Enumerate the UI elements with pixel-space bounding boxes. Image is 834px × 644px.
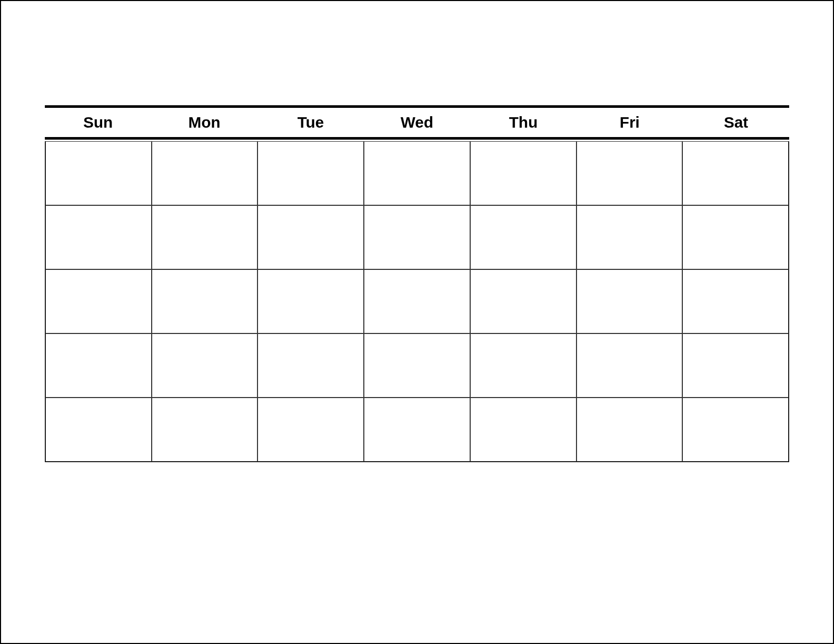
calendar-day-cell [577,269,683,333]
calendar-header-row: Sun Mon Tue Wed Thu Fri Sat [45,105,789,140]
calendar-week-row [45,398,789,462]
calendar-day-cell [45,141,152,205]
day-header-tue: Tue [257,114,364,131]
calendar-day-cell [257,205,364,269]
day-header-sat: Sat [683,114,789,131]
calendar-day-cell [364,333,470,398]
calendar-day-cell [257,333,364,398]
calendar-day-cell [45,269,152,333]
calendar-day-cell [45,333,152,398]
calendar-day-cell [470,398,577,462]
calendar-day-cell [257,398,364,462]
calendar-grid [45,141,789,462]
calendar-page: Sun Mon Tue Wed Thu Fri Sat [0,0,834,644]
calendar-day-cell [470,141,577,205]
calendar-day-cell [364,398,470,462]
calendar-week-row [45,333,789,398]
day-header-fri: Fri [577,114,683,131]
calendar-day-cell [577,398,683,462]
calendar-week-row [45,205,789,269]
calendar-day-cell [682,333,789,398]
day-header-mon: Mon [151,114,257,131]
calendar-day-cell [152,398,258,462]
calendar-day-cell [152,333,258,398]
calendar-week-row [45,269,789,333]
calendar-day-cell [470,269,577,333]
calendar-day-cell [45,398,152,462]
calendar-day-cell [470,333,577,398]
calendar-week-row [45,141,789,205]
calendar-day-cell [257,269,364,333]
calendar-day-cell [364,141,470,205]
calendar-day-cell [577,205,683,269]
calendar-day-cell [152,141,258,205]
day-header-sun: Sun [45,114,151,131]
calendar-day-cell [45,205,152,269]
calendar-day-cell [152,205,258,269]
day-header-wed: Wed [364,114,470,131]
calendar-day-cell [682,141,789,205]
calendar-day-cell [364,205,470,269]
calendar-day-cell [682,205,789,269]
calendar-day-cell [257,141,364,205]
calendar-day-cell [577,333,683,398]
calendar-day-cell [682,269,789,333]
calendar-day-cell [577,141,683,205]
calendar-day-cell [682,398,789,462]
calendar: Sun Mon Tue Wed Thu Fri Sat [45,105,789,462]
calendar-day-cell [152,269,258,333]
calendar-day-cell [364,269,470,333]
calendar-day-cell [470,205,577,269]
day-header-thu: Thu [470,114,577,131]
